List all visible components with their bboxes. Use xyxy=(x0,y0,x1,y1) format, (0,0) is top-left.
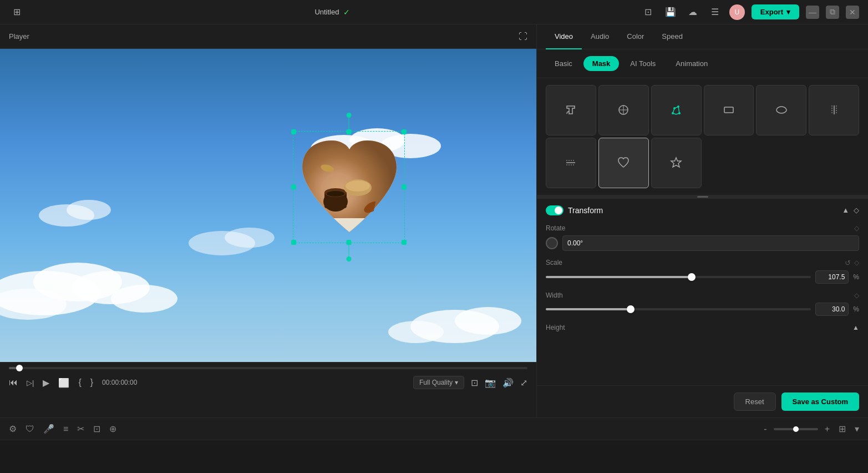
zoom-thumb[interactable] xyxy=(793,426,799,432)
screen-layout-button[interactable]: ⊡ xyxy=(471,378,478,388)
scale-reset-icon[interactable]: ↺ xyxy=(845,259,851,267)
height-expand-icon[interactable]: ▲ xyxy=(852,324,859,331)
width-keyframe-icon[interactable]: ◇ xyxy=(854,291,859,299)
grid-icon[interactable]: ⊞ xyxy=(9,4,24,20)
subtab-aitools[interactable]: AI Tools xyxy=(621,56,664,71)
svg-rect-33 xyxy=(724,107,733,113)
cloud-upload-icon[interactable]: ☁ xyxy=(685,4,701,20)
timeline-tools-left: ⚙ 🛡 🎤 ≡ ✂ ⊡ ⊕ xyxy=(7,421,119,436)
mask-oval-btn[interactable] xyxy=(756,85,806,135)
play-button[interactable]: ▶ xyxy=(43,378,49,388)
mask-line-btn[interactable] xyxy=(809,85,859,135)
subtab-basic[interactable]: Basic xyxy=(546,56,581,71)
time-display: 00:00:00:00 xyxy=(102,379,137,386)
width-label: Width ◇ xyxy=(546,291,859,299)
rotate-icons: ◇ xyxy=(854,224,859,232)
volume-button[interactable]: 🔊 xyxy=(502,378,514,388)
bottom-actions: Reset Save as Custom xyxy=(537,385,868,417)
keyframe-icon[interactable]: ◇ xyxy=(854,206,859,214)
avatar[interactable]: U xyxy=(729,4,745,20)
scale-slider-thumb[interactable] xyxy=(688,273,696,281)
width-slider[interactable] xyxy=(546,308,811,310)
save-icon[interactable]: 💾 xyxy=(663,4,678,20)
transform-section: Transform ▲ ◇ Rotate ◇ xyxy=(537,199,868,385)
scroll-indicator xyxy=(537,195,868,199)
timeline-list-btn[interactable]: ≡ xyxy=(61,422,70,436)
saved-check-icon: ✓ xyxy=(343,8,350,17)
timeline-tools-right: - + ⊞ ▾ xyxy=(762,421,861,436)
mask-vline-btn[interactable] xyxy=(546,138,596,188)
tab-color[interactable]: Color xyxy=(618,24,653,49)
subtab-mask[interactable]: Mask xyxy=(583,56,620,71)
rotate-input[interactable] xyxy=(562,235,859,251)
width-icons: ◇ xyxy=(854,291,859,299)
video-preview[interactable] xyxy=(0,49,536,362)
mask-custom-btn[interactable] xyxy=(546,85,596,135)
scale-keyframe-icon[interactable]: ◇ xyxy=(854,259,859,266)
timeline-toolbar: ⚙ 🛡 🎤 ≡ ✂ ⊡ ⊕ - + ⊞ ▾ xyxy=(0,418,868,440)
screenshot-button[interactable]: 📷 xyxy=(485,378,496,388)
scale-value-input[interactable] xyxy=(815,270,849,284)
zoom-slider[interactable] xyxy=(774,428,818,430)
rotate-property: Rotate ◇ xyxy=(546,224,859,251)
fullscreen-icon[interactable]: ⛶ xyxy=(519,32,527,42)
timeline-shield-btn[interactable]: 🛡 xyxy=(23,422,37,436)
mask-rect-btn[interactable] xyxy=(704,85,754,135)
height-icons: ▲ xyxy=(852,324,859,331)
scale-icons: ↺ ◇ xyxy=(845,259,859,267)
mask-circle-btn[interactable] xyxy=(598,85,649,135)
stop-button[interactable]: ⬜ xyxy=(58,378,69,388)
mark-in-button[interactable]: { xyxy=(78,378,81,388)
tab-audio[interactable]: Audio xyxy=(582,24,618,49)
timeline-frame-btn[interactable]: ⊡ xyxy=(91,421,103,436)
rotate-keyframe-icon[interactable]: ◇ xyxy=(854,224,859,232)
section-header-transform[interactable]: Transform ▲ ◇ xyxy=(546,205,859,215)
mask-heart-btn[interactable] xyxy=(598,138,649,188)
mask-star-btn[interactable] xyxy=(651,138,702,188)
tab-video[interactable]: Video xyxy=(546,24,582,49)
height-label: Height ▲ xyxy=(546,324,859,331)
timeline-edit-btn[interactable]: ✂ xyxy=(75,421,87,436)
right-panel: Video Audio Color Speed Basic Mask AI To… xyxy=(537,24,868,417)
sky-background xyxy=(0,49,536,362)
layout-icon[interactable]: ⊡ xyxy=(641,4,656,20)
frame-back-button[interactable]: ▷| xyxy=(27,379,34,387)
expand-collapse-icon[interactable]: ▲ xyxy=(842,206,849,214)
mark-out-button[interactable]: } xyxy=(90,378,93,388)
zoom-in-button[interactable]: + xyxy=(823,422,832,436)
scale-property: Scale ↺ ◇ % xyxy=(546,259,859,284)
title-bar-center: Untitled ✓ xyxy=(314,8,350,17)
rotate-dial[interactable] xyxy=(546,237,558,249)
quality-selector[interactable]: Full Quality ▾ xyxy=(413,376,464,389)
chevron-down-icon: ▾ xyxy=(786,8,790,16)
close-button[interactable]: ✕ xyxy=(846,6,859,19)
progress-bar[interactable] xyxy=(9,367,527,369)
timeline-grid-btn[interactable]: ⊞ xyxy=(836,421,848,436)
maximize-button[interactable]: ⧉ xyxy=(826,6,839,19)
mask-draw-btn[interactable] xyxy=(651,85,702,135)
export-button[interactable]: Export ▾ xyxy=(752,4,799,19)
main-content: Player ⛶ xyxy=(0,24,868,417)
skip-back-button[interactable]: ⏮ xyxy=(9,378,18,388)
timeline-area: ⚙ 🛡 🎤 ≡ ✂ ⊡ ⊕ - + ⊞ ▾ xyxy=(0,417,868,473)
tab-speed[interactable]: Speed xyxy=(653,24,692,49)
width-property: Width ◇ % xyxy=(546,291,859,316)
subtab-animation[interactable]: Animation xyxy=(667,56,717,71)
progress-thumb[interactable] xyxy=(16,365,23,371)
timeline-expand-btn[interactable]: ▾ xyxy=(852,421,861,436)
transform-toggle[interactable] xyxy=(546,205,564,215)
timeline-settings-btn[interactable]: ⚙ xyxy=(7,421,19,436)
timeline-mic-btn[interactable]: 🎤 xyxy=(41,421,57,436)
width-value-input[interactable] xyxy=(815,303,849,316)
expand-button[interactable]: ⤢ xyxy=(520,378,527,388)
scale-slider-fill xyxy=(546,276,692,278)
title-bar-right: ⊡ 💾 ☁ ☰ U Export ▾ — ⧉ ✕ xyxy=(641,4,859,20)
zoom-out-button[interactable]: - xyxy=(762,422,769,436)
menu-icon[interactable]: ☰ xyxy=(707,4,723,20)
save-custom-button[interactable]: Save as Custom xyxy=(781,393,859,411)
timeline-add-btn[interactable]: ⊕ xyxy=(107,421,119,436)
width-slider-thumb[interactable] xyxy=(627,305,634,313)
reset-button[interactable]: Reset xyxy=(734,393,776,411)
scale-slider[interactable] xyxy=(546,276,811,278)
minimize-button[interactable]: — xyxy=(806,6,819,19)
